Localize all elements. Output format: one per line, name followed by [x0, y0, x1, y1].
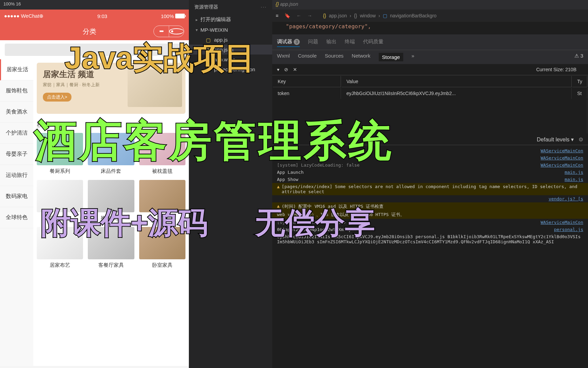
battery-indicator: 100% — [161, 13, 185, 19]
menu-icon[interactable]: ≡ — [276, 13, 278, 18]
overlay-title-3a: 附课件+源码 — [41, 203, 208, 243]
tab-quality[interactable]: 代码质量 — [363, 37, 383, 47]
section-project[interactable]: ▾MP-WEIXIN — [189, 25, 272, 35]
sidebar-item-sports[interactable]: 运动旅行 — [0, 165, 33, 186]
time-label: 9:03 — [44, 13, 161, 19]
gear-icon[interactable]: ⚙ — [578, 136, 583, 143]
tab-terminal[interactable]: 终端 — [345, 37, 355, 47]
sidebar-item-food[interactable]: 美食酒水 — [0, 102, 33, 123]
sidebar-item-global[interactable]: 全球特色 — [0, 207, 33, 228]
category-sidebar: 居家生活 服饰鞋包 美食酒水 个护清洁 母婴亲子 运动旅行 数码家电 全球特色 — [0, 59, 33, 366]
forward-icon[interactable]: → — [307, 13, 312, 18]
col-key[interactable]: Key — [273, 76, 341, 87]
warning-icon: ▲ — [277, 184, 280, 194]
overlay-title-3b: 无偿分享 — [255, 203, 375, 243]
capsule-menu[interactable]: ••• — [153, 26, 184, 37]
storage-size: Current Size: 210B — [536, 67, 576, 72]
editor-toolbar: ≡ 🔖 ← → {}app.json ›{}window ›▢navigatio… — [272, 10, 588, 22]
tab-more[interactable]: » — [411, 53, 414, 61]
breadcrumb[interactable]: {}app.json ›{}window ›▢navigationBarBack… — [318, 11, 441, 20]
tab-storage[interactable]: Storage — [379, 53, 404, 61]
chevron-right-icon: ▸ — [196, 17, 198, 22]
banner-enter-button[interactable]: 点击进入> — [43, 93, 71, 102]
carrier-label: ●●●●● WeChat⊕ — [4, 13, 44, 19]
debug-tabs: 调试器3 问题 输出 终端 代码质量 — [272, 34, 588, 50]
sidebar-item-clothing[interactable]: 服饰鞋包 — [0, 80, 33, 102]
chevron-down-icon: ▾ — [196, 28, 198, 32]
bookmark-icon[interactable]: 🔖 — [284, 13, 290, 18]
sim-toolbar: 100% 16 — [0, 0, 189, 10]
devtools-tabs: Wxml Console Sources Network Storage » ⚠… — [272, 50, 588, 64]
code-line[interactable]: "pages/category/category", — [272, 22, 588, 31]
tab-output[interactable]: 输出 — [326, 37, 337, 47]
log-levels-select[interactable]: Default levels ▾ — [537, 136, 574, 143]
storage-toolbar: ▾ ⊘ ✕ Current Size: 210B — [272, 64, 588, 75]
section-open-editors[interactable]: ▸打开的编辑器 — [189, 14, 272, 25]
sidebar-item-digital[interactable]: 数码家电 — [0, 186, 33, 207]
close-target-icon[interactable] — [169, 26, 184, 37]
menu-dots-icon[interactable]: ••• — [154, 26, 169, 37]
status-bar: ●●●●● WeChat⊕ 9:03 100% — [0, 10, 189, 22]
sidebar-item-baby[interactable]: 母婴亲子 — [0, 144, 33, 165]
tab-problems[interactable]: 问题 — [308, 37, 318, 47]
tab-sources[interactable]: Sources — [325, 53, 344, 61]
warning-badge[interactable]: ⚠ 3 — [574, 53, 583, 61]
console-line: vendor.js? [s — [272, 195, 588, 202]
editor-tab-bar: {} app.json — [272, 0, 588, 10]
table-row[interactable]: token eyJhbGciOiJIUzI1NiIsInR5cCI6IkpXVC… — [273, 88, 587, 99]
col-type[interactable]: Ty — [572, 76, 587, 87]
console-line: App Showmain.js — [272, 176, 588, 183]
more-icon[interactable]: ··· — [261, 4, 267, 10]
tab-console[interactable]: Console — [298, 53, 317, 61]
console-warning: ▲[pages/index/index] Some selectors are … — [272, 183, 588, 195]
col-value[interactable]: Value — [342, 76, 572, 87]
close-icon[interactable]: ✕ — [293, 67, 297, 72]
tab-network[interactable]: Network — [352, 53, 371, 61]
overlay-title-2: 酒店客房管理系统 — [34, 112, 393, 170]
explorer-header: 资源管理器 ··· — [189, 0, 272, 14]
tab-wxml[interactable]: Wxml — [277, 53, 290, 61]
sidebar-item-care[interactable]: 个护清洁 — [0, 123, 33, 144]
filter-select[interactable]: ▾ — [277, 67, 279, 72]
clear-icon[interactable]: ⊘ — [284, 67, 288, 72]
back-icon[interactable]: ← — [296, 13, 301, 18]
overlay-title-1: Java实战项目 — [65, 37, 255, 79]
battery-icon — [175, 14, 185, 18]
sidebar-item-home[interactable]: 居家生活 — [0, 59, 33, 80]
ide-panel: {} app.json ≡ 🔖 ← → {}app.json ›{}window… — [272, 0, 588, 368]
tab-debugger[interactable]: 调试器3 — [277, 37, 300, 47]
page-title: 分类 — [25, 27, 153, 36]
